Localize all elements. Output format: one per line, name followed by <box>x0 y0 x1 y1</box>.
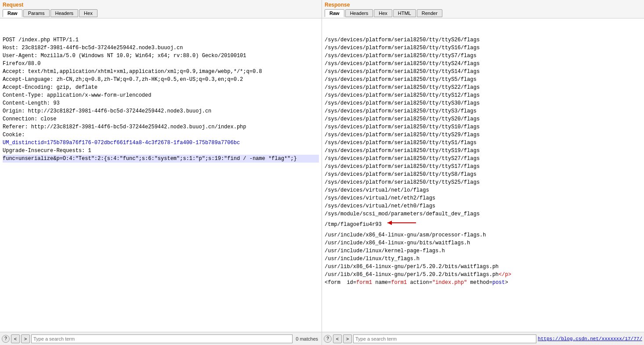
line: POST /index.php HTTP/1.1 <box>3 36 319 44</box>
svg-marker-1 <box>387 221 392 225</box>
response-header: Response RawHeadersHexHTMLRender <box>322 0 644 18</box>
line: /sys/devices/platform/serial8250/tty/tty… <box>325 36 641 44</box>
line: /sys/devices/virtual/net/lo/flags <box>325 186 641 194</box>
request-header: Request RawParamsHeadersHex <box>0 0 322 18</box>
line: /usr/include/x86_64-linux-gnu/asm/proces… <box>325 231 641 239</box>
line: /sys/devices/platform/serial8250/tty/tty… <box>325 76 641 84</box>
left-tab-hex[interactable]: Hex <box>79 9 98 17</box>
right-tab-headers[interactable]: Headers <box>345 9 373 17</box>
line: Accept-Language: zh-CN,zh;q=0.8,zh-TW;q=… <box>3 76 319 84</box>
line: /usr/lib/x86_64-linux-gnu/perl/5.20.2/bi… <box>325 263 641 271</box>
line: /sys/devices/platform/serial8250/tty/tty… <box>325 60 641 68</box>
response-content: /sys/devices/platform/serial8250/tty/tty… <box>322 18 644 332</box>
left-prev-button[interactable]: < <box>11 334 20 343</box>
line: /sys/devices/platform/serial8250/tty/tty… <box>325 115 641 123</box>
line: Origin: http://23c8182f-3981-44f6-bc5d-3… <box>3 107 319 115</box>
right-next-button[interactable]: > <box>343 334 352 343</box>
red-arrow-icon <box>385 218 420 231</box>
highlighted-flag-line: /tmp/flagoefiu4r93 <box>325 218 641 231</box>
line: /sys/devices/platform/serial8250/tty/tty… <box>325 171 641 178</box>
left-search-section: ? < > 0 matches <box>0 332 322 345</box>
line: /sys/devices/platform/serial8250/tty/tty… <box>325 107 641 115</box>
line: /sys/devices/platform/serial8250/tty/tty… <box>325 44 641 52</box>
line: /sys/module/scsi_mod/parameters/default_… <box>325 210 641 218</box>
line: /usr/include/x86_64-linux-gnu/bits/waitf… <box>325 239 641 247</box>
line: /sys/devices/platform/serial8250/tty/tty… <box>325 155 641 163</box>
line: Content-Type: application/x-www-form-url… <box>3 91 319 99</box>
line: /sys/devices/platform/serial8250/tty/tty… <box>325 68 641 76</box>
line: <form id=form1 name=form1 action="index.… <box>325 279 641 287</box>
line: func=unserialize&p=O:4:"Test":2:{s:4:"fu… <box>3 155 319 163</box>
line: User-Agent: Mozilla/5.0 (Windows NT 10.0… <box>3 52 319 60</box>
line: Accept-Encoding: gzip, deflate <box>3 84 319 91</box>
request-content: POST /index.php HTTP/1.1Host: 23c8182f-3… <box>0 18 322 332</box>
line: /sys/devices/virtual/net/eth2/flags <box>325 194 641 202</box>
request-tab-bar: RawParamsHeadersHex <box>3 9 319 17</box>
response-tab-bar: RawHeadersHexHTMLRender <box>325 9 641 17</box>
right-tab-html[interactable]: HTML <box>393 9 416 17</box>
right-search-input[interactable] <box>353 334 536 343</box>
request-title: Request <box>3 2 319 8</box>
line: /sys/devices/platform/serial8250/tty/tty… <box>325 163 641 171</box>
line: /sys/devices/platform/serial8250/tty/tty… <box>325 91 641 99</box>
right-tab-render[interactable]: Render <box>417 9 442 17</box>
line: UM_distinctid=175b789a76f176-072dbcf661f… <box>3 139 319 147</box>
right-tab-hex[interactable]: Hex <box>374 9 392 17</box>
line: /sys/devices/platform/serial8250/tty/tty… <box>325 178 641 186</box>
left-tab-params[interactable]: Params <box>23 9 50 17</box>
bottom-bar: ? < > 0 matches ? < > https://blog.csdn.… <box>0 332 644 345</box>
right-prev-button[interactable]: < <box>333 334 342 343</box>
line: Content-Length: 93 <box>3 99 319 107</box>
line: Accept: text/html,application/xhtml+xml,… <box>3 68 319 76</box>
line: /sys/devices/virtual/net/eth0/flags <box>325 202 641 210</box>
right-help-button[interactable]: ? <box>324 335 332 343</box>
line: /sys/devices/platform/serial8250/tty/tty… <box>325 131 641 139</box>
line: Connection: close <box>3 115 319 123</box>
line: Firefox/88.0 <box>3 60 319 68</box>
left-tab-raw[interactable]: Raw <box>3 9 22 17</box>
line: /sys/devices/platform/serial8250/tty/tty… <box>325 52 641 60</box>
line: Host: 23c8182f-3981-44f6-bc5d-37244e2594… <box>3 44 319 52</box>
right-tab-raw[interactable]: Raw <box>325 9 344 17</box>
response-url[interactable]: https://blog.csdn.net/xxxxxxx/17/77/ <box>538 336 642 341</box>
line: /sys/devices/platform/serial8250/tty/tty… <box>325 139 641 147</box>
left-tab-headers[interactable]: Headers <box>51 9 79 17</box>
left-search-input[interactable] <box>31 334 293 343</box>
line: Referer: http://23c8182f-3981-44f6-bc5d-… <box>3 123 319 131</box>
line: /sys/devices/platform/serial8250/tty/tty… <box>325 123 641 131</box>
line: /sys/devices/platform/serial8250/tty/tty… <box>325 147 641 155</box>
line: /usr/include/linux/tty_flags.h <box>325 255 641 263</box>
left-match-count: 0 matches <box>294 336 320 341</box>
request-panel: Request RawParamsHeadersHex POST /index.… <box>0 0 322 332</box>
line: /sys/devices/platform/serial8250/tty/tty… <box>325 99 641 107</box>
response-title: Response <box>325 2 641 8</box>
line: /usr/include/linux/kernel-page-flags.h <box>325 247 641 255</box>
line: Upgrade-Insecure-Requests: 1 <box>3 147 319 155</box>
line: Cookie: <box>3 131 319 139</box>
line: /usr/lib/x86_64-linux-gnu/perl/5.20.2/bi… <box>325 271 641 279</box>
right-search-section: ? < > https://blog.csdn.net/xxxxxxx/17/7… <box>322 332 644 345</box>
left-help-button[interactable]: ? <box>2 335 10 343</box>
line: /sys/devices/platform/serial8250/tty/tty… <box>325 84 641 91</box>
left-next-button[interactable]: > <box>21 334 30 343</box>
response-panel: Response RawHeadersHexHTMLRender /sys/de… <box>322 0 644 332</box>
